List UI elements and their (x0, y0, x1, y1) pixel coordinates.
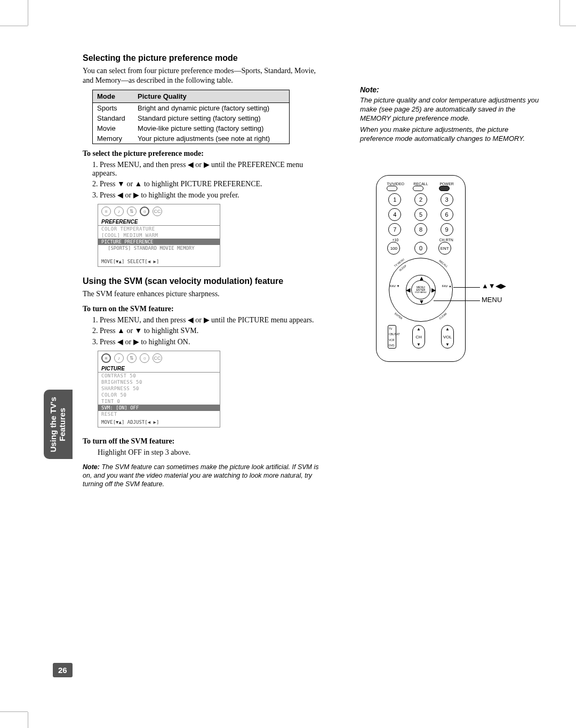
step: Press MENU, and then press ◀ or ▶ until … (90, 160, 323, 178)
mode-label: VCR (389, 338, 396, 342)
section1-intro: You can select from four picture prefere… (83, 66, 323, 85)
num-button: 3 (441, 193, 453, 206)
osd-icon: CC (153, 353, 162, 363)
svm-footnote: Note: The SVM feature can sometimes make… (83, 463, 323, 489)
modes-table: Mode Picture Quality SportsBright and dy… (92, 90, 290, 144)
section-title-svm: Using the SVM (scan velocity modulation)… (83, 276, 323, 286)
osd-row: TINT 0 (98, 398, 220, 405)
note-block: Note: The picture quality and color temp… (360, 85, 541, 143)
osd-picture: ≡ ♪ ⇅ ☼ CC PICTURE CONTRAST 50 BRIGHTNES… (98, 351, 220, 428)
th-mode: Mode (93, 90, 134, 103)
section2-intro: The SVM feature enhances picture sharpne… (83, 289, 323, 299)
osd-row: SHARPNESS 50 (98, 385, 220, 392)
remote-label: POWER (439, 182, 455, 186)
td: Movie-like picture setting (factory sett… (133, 123, 289, 133)
crop-mark (0, 26, 28, 26)
num-button: 4 (388, 208, 401, 221)
num-button: 2 (414, 193, 427, 206)
osd-footer: MOVE[▼▲] SELECT[◀ ▶] (98, 257, 220, 266)
step: Press ◀ or ▶ to highlight ON. (90, 337, 323, 346)
up-arrow-icon: ▲ (417, 327, 421, 331)
bottom-row: TV CBL/SAT VCR DVD ▲CH▼ ▲VOL▼ (380, 325, 462, 349)
up-arrow-icon: ▲ (445, 327, 450, 331)
num-button: 0 (414, 242, 427, 255)
td: Standard (93, 113, 134, 123)
mode-label: TV (389, 327, 396, 330)
note-title: Note: (360, 85, 541, 94)
proc-title-1: To select the picture preference mode: (83, 149, 323, 158)
remote-label: RECALL (413, 182, 429, 186)
td: Standard picture setting (factory settin… (133, 113, 289, 123)
osd-preference: ≡ ♪ ⇅ ☼ CC PREFERENCE COLOR TEMPERATURE … (98, 204, 220, 267)
step: Press ▲ or ▼ to highlight SVM. (90, 327, 323, 335)
osd-icon-selected: ☼ (140, 207, 149, 216)
ent-button: ENT (438, 242, 451, 255)
step: Press ▼ or ▲ to highlight PICTURE PREFER… (90, 180, 323, 188)
callout-arrows: ▲▼◀▶ (482, 282, 506, 290)
td: Sports (93, 103, 134, 114)
osd-icon-selected: ≡ (101, 353, 111, 363)
mode-switch: TV CBL/SAT VCR DVD (388, 325, 396, 349)
recall-button (413, 186, 423, 191)
osd-highlight-opts: [SPORTS] STANDARD MOVIE MEMORY (98, 245, 220, 251)
steps-1: Press MENU, and then press ◀ or ▶ until … (90, 160, 323, 200)
osd-icon: ⇅ (127, 353, 137, 363)
left-arrow-icon: ◀ (406, 287, 410, 294)
down-arrow-icon: ▼ (417, 342, 421, 347)
ch-label: CH (415, 335, 422, 339)
osd-icon: ♪ (114, 353, 124, 363)
vol-rocker: ▲VOL▼ (441, 325, 454, 349)
dpad: MENU/ ENTER DVD MENU ▲ ▼ ◀ ▶ FAV ▼ FAV ▲… (389, 258, 453, 322)
remote-label: TV/VIDEO (387, 182, 403, 186)
osd-row: COLOR TEMPERATURE (98, 226, 220, 232)
mode-label: CBL/SAT (389, 333, 396, 336)
td: Your picture adjustments (see note at ri… (133, 133, 289, 144)
num-button: 6 (441, 208, 453, 221)
step: Press ◀ or ▶ to highlight the mode you p… (90, 191, 323, 200)
proc-title-2: To turn on the SVM feature: (83, 305, 323, 313)
num-button: 1 (388, 193, 401, 206)
osd-highlight: PICTURE PREFERENCE (98, 239, 220, 245)
callout-line (453, 287, 480, 288)
side-tab-line1: Using the TV's (49, 397, 58, 452)
osd-icon: CC (153, 207, 162, 216)
osd-icon-row: ≡ ♪ ⇅ ☼ CC (98, 351, 220, 365)
osd-tab: PREFERENCE (98, 218, 220, 226)
crop-mark (559, 0, 560, 26)
power-button (439, 186, 450, 191)
ch-rocker: ▲CH▼ (412, 325, 425, 349)
th-quality: Picture Quality (133, 90, 289, 103)
crop-mark (28, 0, 28, 26)
down-arrow-icon: ▼ (419, 298, 425, 305)
num-button: 9 (441, 223, 453, 236)
osd-icon: ⇅ (127, 207, 137, 216)
side-tab-line2: Features (58, 408, 67, 441)
crop-mark (0, 711, 28, 712)
osd-row: [COOL] MEDIUM WARM (98, 232, 220, 239)
right-arrow-icon: ▶ (431, 287, 436, 294)
osd-icon: ♪ (114, 207, 124, 216)
plus10-label: +10 (387, 238, 403, 242)
crop-mark (28, 712, 28, 728)
osd-icon-row: ≡ ♪ ⇅ ☼ CC (98, 204, 220, 218)
vol-label: VOL (443, 335, 452, 339)
up-arrow-icon: ▲ (419, 275, 425, 281)
dpad-label: DVD MENU (415, 291, 426, 294)
mode-label: DVD (389, 344, 396, 347)
chrtn-label: CH RTN (438, 238, 454, 242)
td: Memory (93, 133, 134, 144)
num-button: 8 (414, 223, 427, 236)
tvvideo-button (387, 186, 397, 191)
osd-row: CONTRAST 50 (98, 373, 220, 379)
proc-title-3: To turn off the SVM feature: (83, 437, 323, 446)
osd-tab: PICTURE (98, 365, 220, 373)
fav-up-label: FAV ▲ (442, 284, 452, 288)
page-number: 26 (53, 663, 73, 677)
td: Movie (93, 123, 134, 133)
osd-icon: ☼ (140, 353, 149, 363)
side-tab: Using the TV's Features (44, 390, 73, 459)
callout-line (434, 300, 480, 301)
note-p2: When you make picture adjustments, the p… (360, 125, 541, 144)
osd-icon: ≡ (101, 207, 111, 216)
callout-menu: MENU (482, 296, 502, 304)
